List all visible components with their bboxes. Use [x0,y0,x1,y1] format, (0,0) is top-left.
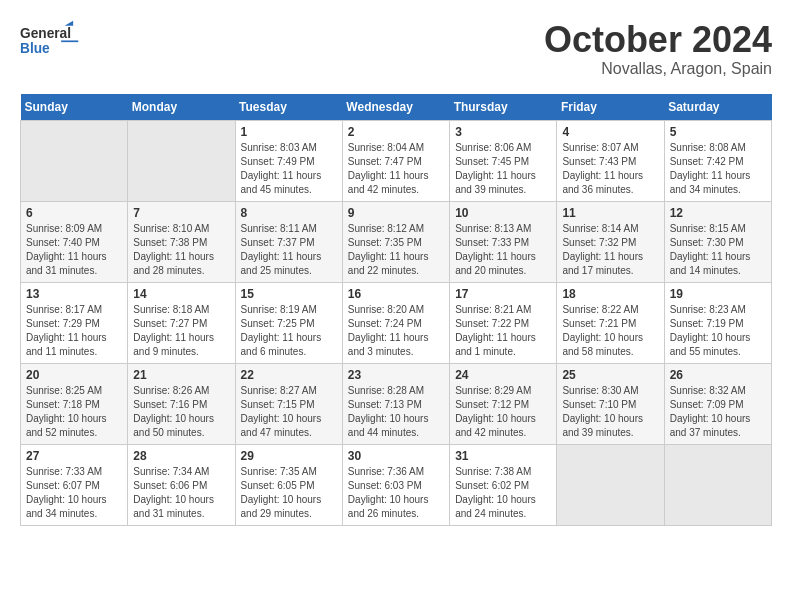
day-detail: Sunrise: 8:27 AMSunset: 7:15 PMDaylight:… [241,384,337,440]
week-row-4: 20Sunrise: 8:25 AMSunset: 7:18 PMDayligh… [21,363,772,444]
weekday-header-wednesday: Wednesday [342,94,449,121]
day-detail: Sunrise: 7:34 AMSunset: 6:06 PMDaylight:… [133,465,229,521]
day-detail: Sunrise: 7:33 AMSunset: 6:07 PMDaylight:… [26,465,122,521]
day-number: 16 [348,287,444,301]
day-number: 14 [133,287,229,301]
day-number: 9 [348,206,444,220]
day-detail: Sunrise: 8:22 AMSunset: 7:21 PMDaylight:… [562,303,658,359]
weekday-header-saturday: Saturday [664,94,771,121]
day-detail: Sunrise: 8:17 AMSunset: 7:29 PMDaylight:… [26,303,122,359]
calendar-cell: 22Sunrise: 8:27 AMSunset: 7:15 PMDayligh… [235,363,342,444]
day-detail: Sunrise: 8:20 AMSunset: 7:24 PMDaylight:… [348,303,444,359]
svg-text:Blue: Blue [20,41,50,56]
day-number: 15 [241,287,337,301]
month-title: October 2024 [544,20,772,60]
calendar-cell: 19Sunrise: 8:23 AMSunset: 7:19 PMDayligh… [664,282,771,363]
day-detail: Sunrise: 7:36 AMSunset: 6:03 PMDaylight:… [348,465,444,521]
calendar-cell: 2Sunrise: 8:04 AMSunset: 7:47 PMDaylight… [342,120,449,201]
day-detail: Sunrise: 8:11 AMSunset: 7:37 PMDaylight:… [241,222,337,278]
logo-svg: General Blue [20,20,80,60]
calendar-cell: 13Sunrise: 8:17 AMSunset: 7:29 PMDayligh… [21,282,128,363]
calendar-cell: 7Sunrise: 8:10 AMSunset: 7:38 PMDaylight… [128,201,235,282]
day-detail: Sunrise: 8:25 AMSunset: 7:18 PMDaylight:… [26,384,122,440]
day-number: 13 [26,287,122,301]
day-detail: Sunrise: 8:12 AMSunset: 7:35 PMDaylight:… [348,222,444,278]
day-number: 21 [133,368,229,382]
calendar-cell [557,444,664,525]
day-number: 10 [455,206,551,220]
day-detail: Sunrise: 8:26 AMSunset: 7:16 PMDaylight:… [133,384,229,440]
day-number: 12 [670,206,766,220]
weekday-header-row: SundayMondayTuesdayWednesdayThursdayFrid… [21,94,772,121]
calendar-cell [21,120,128,201]
calendar-cell: 20Sunrise: 8:25 AMSunset: 7:18 PMDayligh… [21,363,128,444]
day-number: 28 [133,449,229,463]
day-detail: Sunrise: 7:38 AMSunset: 6:02 PMDaylight:… [455,465,551,521]
day-detail: Sunrise: 8:30 AMSunset: 7:10 PMDaylight:… [562,384,658,440]
day-number: 26 [670,368,766,382]
day-number: 3 [455,125,551,139]
week-row-1: 1Sunrise: 8:03 AMSunset: 7:49 PMDaylight… [21,120,772,201]
week-row-5: 27Sunrise: 7:33 AMSunset: 6:07 PMDayligh… [21,444,772,525]
calendar-cell: 17Sunrise: 8:21 AMSunset: 7:22 PMDayligh… [450,282,557,363]
calendar-cell: 5Sunrise: 8:08 AMSunset: 7:42 PMDaylight… [664,120,771,201]
day-number: 19 [670,287,766,301]
day-detail: Sunrise: 8:28 AMSunset: 7:13 PMDaylight:… [348,384,444,440]
calendar-cell: 26Sunrise: 8:32 AMSunset: 7:09 PMDayligh… [664,363,771,444]
week-row-3: 13Sunrise: 8:17 AMSunset: 7:29 PMDayligh… [21,282,772,363]
day-number: 1 [241,125,337,139]
day-number: 29 [241,449,337,463]
day-number: 6 [26,206,122,220]
weekday-header-friday: Friday [557,94,664,121]
day-detail: Sunrise: 8:32 AMSunset: 7:09 PMDaylight:… [670,384,766,440]
calendar-cell: 16Sunrise: 8:20 AMSunset: 7:24 PMDayligh… [342,282,449,363]
calendar-cell: 25Sunrise: 8:30 AMSunset: 7:10 PMDayligh… [557,363,664,444]
day-detail: Sunrise: 8:29 AMSunset: 7:12 PMDaylight:… [455,384,551,440]
calendar-cell: 18Sunrise: 8:22 AMSunset: 7:21 PMDayligh… [557,282,664,363]
calendar-cell: 15Sunrise: 8:19 AMSunset: 7:25 PMDayligh… [235,282,342,363]
day-detail: Sunrise: 8:06 AMSunset: 7:45 PMDaylight:… [455,141,551,197]
location: Novallas, Aragon, Spain [544,60,772,78]
day-detail: Sunrise: 8:07 AMSunset: 7:43 PMDaylight:… [562,141,658,197]
day-number: 7 [133,206,229,220]
calendar-cell: 21Sunrise: 8:26 AMSunset: 7:16 PMDayligh… [128,363,235,444]
calendar-cell: 3Sunrise: 8:06 AMSunset: 7:45 PMDaylight… [450,120,557,201]
calendar-cell: 9Sunrise: 8:12 AMSunset: 7:35 PMDaylight… [342,201,449,282]
day-detail: Sunrise: 8:09 AMSunset: 7:40 PMDaylight:… [26,222,122,278]
day-detail: Sunrise: 8:19 AMSunset: 7:25 PMDaylight:… [241,303,337,359]
weekday-header-thursday: Thursday [450,94,557,121]
day-number: 27 [26,449,122,463]
calendar-cell: 12Sunrise: 8:15 AMSunset: 7:30 PMDayligh… [664,201,771,282]
calendar-cell: 31Sunrise: 7:38 AMSunset: 6:02 PMDayligh… [450,444,557,525]
calendar-cell: 24Sunrise: 8:29 AMSunset: 7:12 PMDayligh… [450,363,557,444]
day-number: 2 [348,125,444,139]
calendar-cell: 27Sunrise: 7:33 AMSunset: 6:07 PMDayligh… [21,444,128,525]
calendar-cell: 8Sunrise: 8:11 AMSunset: 7:37 PMDaylight… [235,201,342,282]
week-row-2: 6Sunrise: 8:09 AMSunset: 7:40 PMDaylight… [21,201,772,282]
day-number: 5 [670,125,766,139]
day-number: 11 [562,206,658,220]
day-number: 30 [348,449,444,463]
day-detail: Sunrise: 7:35 AMSunset: 6:05 PMDaylight:… [241,465,337,521]
day-detail: Sunrise: 8:10 AMSunset: 7:38 PMDaylight:… [133,222,229,278]
day-detail: Sunrise: 8:18 AMSunset: 7:27 PMDaylight:… [133,303,229,359]
day-detail: Sunrise: 8:08 AMSunset: 7:42 PMDaylight:… [670,141,766,197]
day-number: 22 [241,368,337,382]
calendar-table: SundayMondayTuesdayWednesdayThursdayFrid… [20,94,772,526]
day-number: 24 [455,368,551,382]
day-detail: Sunrise: 8:04 AMSunset: 7:47 PMDaylight:… [348,141,444,197]
day-number: 23 [348,368,444,382]
day-number: 20 [26,368,122,382]
calendar-cell: 11Sunrise: 8:14 AMSunset: 7:32 PMDayligh… [557,201,664,282]
calendar-cell: 29Sunrise: 7:35 AMSunset: 6:05 PMDayligh… [235,444,342,525]
svg-text:General: General [20,26,71,41]
weekday-header-tuesday: Tuesday [235,94,342,121]
day-detail: Sunrise: 8:03 AMSunset: 7:49 PMDaylight:… [241,141,337,197]
logo: General Blue [20,20,80,60]
calendar-cell [128,120,235,201]
weekday-header-monday: Monday [128,94,235,121]
day-number: 31 [455,449,551,463]
title-block: October 2024 Novallas, Aragon, Spain [544,20,772,78]
day-number: 8 [241,206,337,220]
calendar-cell [664,444,771,525]
